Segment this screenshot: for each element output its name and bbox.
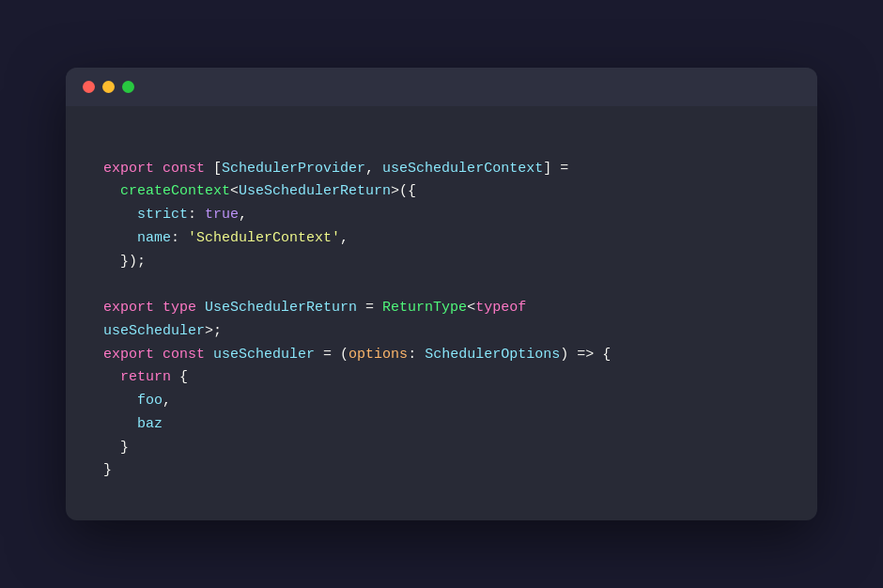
code-line-9: useScheduler>; [103, 320, 780, 344]
code-editor: export const [SchedulerProvider, useSche… [66, 106, 817, 520]
titlebar [66, 68, 817, 106]
code-line-3: createContext<UseSchedulerReturn>({ [103, 180, 780, 204]
code-line-5: name: 'SchedulerContext', [103, 227, 780, 251]
close-button[interactable] [83, 81, 95, 93]
code-line-4: strict: true, [103, 204, 780, 227]
code-line-8: export type UseSchedulerReturn = ReturnT… [103, 297, 780, 320]
code-line-10: export const useScheduler = (options: Sc… [103, 344, 780, 367]
code-line-6: }); [103, 251, 780, 274]
code-line-2: export const [SchedulerProvider, useSche… [103, 158, 780, 181]
code-line-13: baz [103, 413, 780, 437]
code-window: export const [SchedulerProvider, useSche… [66, 68, 817, 520]
minimize-button[interactable] [102, 81, 115, 93]
maximize-button[interactable] [122, 81, 134, 93]
code-line-blank1 [103, 134, 780, 158]
code-line-11: return { [103, 366, 780, 390]
code-line-blank2 [103, 273, 780, 297]
code-line-12: foo, [103, 390, 780, 413]
code-line-15: } [103, 459, 780, 483]
code-line-14: } [103, 437, 780, 460]
